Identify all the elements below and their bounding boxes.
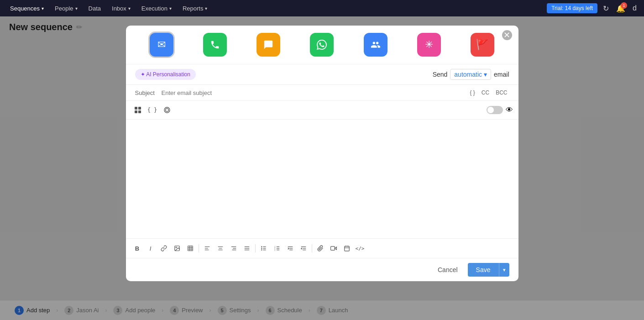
variable-icon[interactable]: { } xyxy=(468,89,476,97)
send-type-dropdown[interactable]: automatic ▾ xyxy=(450,69,491,80)
chevron-down-icon: ▾ xyxy=(42,6,44,11)
modal-overlay: ✕ ✉ ✳ 🚩 ✦ AI P xyxy=(0,16,644,320)
step-flag-button[interactable]: 🚩 xyxy=(471,33,494,57)
trial-badge[interactable]: Trial: 14 days left xyxy=(547,3,597,13)
modal: ✕ ✉ ✳ 🚩 ✦ AI P xyxy=(126,26,518,281)
notification-count: 1 xyxy=(621,2,627,9)
save-dropdown-button[interactable]: ▾ xyxy=(499,263,509,277)
user-icon[interactable]: d xyxy=(631,3,639,13)
subject-input[interactable] xyxy=(162,89,465,96)
bold-button[interactable]: B xyxy=(131,242,143,254)
svg-point-26 xyxy=(261,247,262,247)
toolbar-divider-2 xyxy=(255,244,256,252)
svg-rect-42 xyxy=(330,247,335,250)
svg-marker-41 xyxy=(335,247,336,250)
nav-data[interactable]: Data xyxy=(84,3,105,14)
chevron-down-icon: ▾ xyxy=(484,71,487,78)
toolbar-divider xyxy=(199,244,199,252)
toolbar-divider-3 xyxy=(312,244,312,252)
formatting-toolbar: B I xyxy=(126,238,518,258)
subject-label: Subject xyxy=(135,89,158,96)
calendar-button[interactable] xyxy=(341,242,353,254)
cancel-button[interactable]: Cancel xyxy=(431,263,464,277)
svg-text:3: 3 xyxy=(274,249,275,251)
align-left-button[interactable] xyxy=(201,242,213,254)
step-whatsapp-button[interactable] xyxy=(310,33,334,57)
align-center-button[interactable] xyxy=(215,242,226,254)
svg-point-28 xyxy=(261,250,262,250)
step-contacts-button[interactable] xyxy=(364,33,387,57)
svg-rect-1 xyxy=(138,107,141,110)
send-label: Send automatic ▾ email xyxy=(433,69,509,80)
step-chat-button[interactable] xyxy=(257,33,280,57)
chevron-down-icon: ▾ xyxy=(169,6,172,11)
variable-btn[interactable]: { } xyxy=(146,104,159,116)
nav-people[interactable]: People ▾ xyxy=(50,3,82,14)
nav-right-actions: Trial: 14 days left ↻ 🔔 1 d xyxy=(547,3,639,14)
svg-point-5 xyxy=(176,247,177,248)
step-phone-button[interactable] xyxy=(203,33,227,57)
send-options-row: ✦ AI Personalisation Send automatic ▾ em… xyxy=(126,64,518,84)
svg-point-27 xyxy=(261,248,262,248)
bcc-button[interactable]: BCC xyxy=(494,89,509,97)
modal-footer: Cancel Save ▾ xyxy=(126,258,518,281)
code-button[interactable]: </> xyxy=(354,242,366,254)
svg-rect-43 xyxy=(344,246,349,251)
email-editor-body[interactable] xyxy=(126,120,518,238)
toggle-knob xyxy=(487,107,494,113)
italic-button[interactable]: I xyxy=(145,242,157,254)
chevron-down-icon: ▾ xyxy=(128,6,131,11)
justify-button[interactable] xyxy=(241,242,253,254)
template-button[interactable] xyxy=(131,104,144,116)
close-button[interactable]: ✕ xyxy=(502,30,512,40)
svg-rect-2 xyxy=(135,110,137,113)
ai-personalisation-button[interactable]: ✦ AI Personalisation xyxy=(135,69,196,80)
html-toggle[interactable] xyxy=(487,106,503,114)
subject-actions: { } CC BCC xyxy=(468,89,509,97)
link-button[interactable] xyxy=(158,242,170,254)
save-button-group: Save ▾ xyxy=(468,263,509,277)
ai-tool-btn[interactable] xyxy=(161,104,173,116)
notification-badge: 🔔 1 xyxy=(616,4,625,13)
svg-rect-3 xyxy=(138,110,141,113)
step-type-selector: ✉ ✳ 🚩 xyxy=(126,26,518,64)
svg-rect-0 xyxy=(135,107,137,110)
chevron-down-icon: ▾ xyxy=(205,6,207,11)
nav-execution[interactable]: Execution ▾ xyxy=(137,3,176,14)
table-button[interactable] xyxy=(184,242,196,254)
align-right-button[interactable] xyxy=(228,242,240,254)
image-button[interactable] xyxy=(171,242,183,254)
indent-button[interactable] xyxy=(284,242,296,254)
navbar: Sequences ▾ People ▾ Data Inbox ▾ Execut… xyxy=(0,0,644,16)
video-button[interactable] xyxy=(328,242,340,254)
refresh-icon[interactable]: ↻ xyxy=(601,3,611,14)
nav-inbox[interactable]: Inbox ▾ xyxy=(107,3,135,14)
save-button[interactable]: Save xyxy=(468,263,499,277)
eye-icon[interactable]: 👁 xyxy=(506,106,513,114)
bullet-list-button[interactable] xyxy=(258,242,270,254)
nav-reports[interactable]: Reports ▾ xyxy=(178,3,212,14)
cc-button[interactable]: CC xyxy=(480,89,491,97)
main-area: New sequence ✏ ✕ ✉ ✳ xyxy=(0,16,644,320)
editor-toolbar: { } 👁 xyxy=(126,101,518,120)
step-email-button[interactable]: ✉ xyxy=(150,33,173,57)
svg-rect-6 xyxy=(188,246,193,251)
step-asterisk-button[interactable]: ✳ xyxy=(417,33,441,57)
numbered-list-button[interactable]: 123 xyxy=(271,242,283,254)
nav-sequences[interactable]: Sequences ▾ xyxy=(5,3,48,14)
outdent-button[interactable] xyxy=(298,242,309,254)
subject-row: Subject { } CC BCC xyxy=(126,84,518,101)
chevron-down-icon: ▾ xyxy=(75,6,78,11)
attachment-button[interactable] xyxy=(314,242,326,254)
toggle-switch: 👁 xyxy=(487,106,513,114)
notification-icon[interactable]: 🔔 1 xyxy=(614,3,627,14)
